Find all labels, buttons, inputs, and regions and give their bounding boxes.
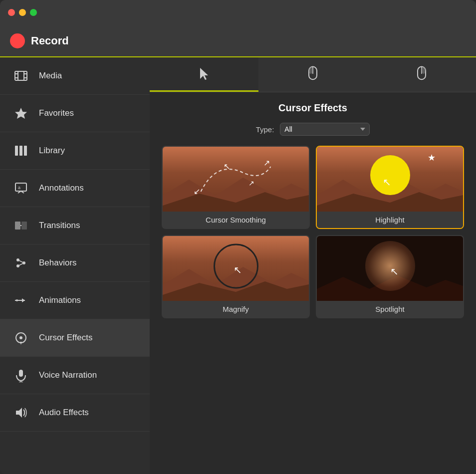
svg-marker-30 <box>16 408 22 418</box>
sidebar-item-favorites[interactable]: Favorites <box>0 95 150 132</box>
effect-thumb-highlight: ↖ ★ <box>317 147 463 212</box>
effect-card-highlight[interactable]: ↖ ★ Highlight <box>316 146 464 229</box>
sidebar-label-cursor-effects: Cursor Effects <box>39 333 92 343</box>
tab-click-right[interactable] <box>367 57 476 92</box>
sidebar-item-cursor-effects[interactable]: Cursor Effects <box>0 319 150 357</box>
effect-card-spotlight[interactable]: ↖ Spotlight <box>316 235 464 318</box>
svg-rect-14 <box>21 222 27 230</box>
svg-rect-27 <box>19 370 23 377</box>
titlebar <box>0 0 476 25</box>
click-right-tab-icon <box>414 66 430 82</box>
effect-card-cursor-smoothing[interactable]: ↖ ↗ ↙ ↗ Cursor Smoothing <box>162 146 310 229</box>
svg-rect-13 <box>15 222 20 230</box>
sidebar-item-transitions[interactable]: Transitions <box>0 207 150 244</box>
svg-text:↖: ↖ <box>224 162 230 171</box>
sidebar-item-behaviors[interactable]: Behaviors <box>0 244 150 282</box>
effect-thumb-cursor-smoothing: ↖ ↗ ↙ ↗ <box>163 147 309 212</box>
header: Record <box>0 25 476 57</box>
close-button[interactable] <box>8 9 15 16</box>
tab-click-left[interactable] <box>258 57 367 92</box>
sidebar-item-animations[interactable]: Animations <box>0 282 150 319</box>
smoothing-path-svg: ↖ ↗ ↙ ↗ <box>163 147 309 212</box>
sidebar-label-annotations: Annotations <box>39 183 84 193</box>
svg-rect-9 <box>19 146 22 156</box>
svg-line-20 <box>18 263 24 266</box>
sidebar-label-animations: Animations <box>39 295 81 305</box>
effect-card-magnify[interactable]: ↖ Magnify <box>162 235 310 318</box>
sidebar-item-audio-effects[interactable]: Audio Effects <box>0 394 150 432</box>
record-icon <box>10 33 25 48</box>
effect-name-magnify: Magnify <box>163 301 309 317</box>
sidebar: Media Favorites Library <box>0 57 150 474</box>
magnify-cursor-svg: ↖ <box>163 236 309 301</box>
header-title: Record <box>31 34 69 47</box>
svg-marker-7 <box>15 108 27 119</box>
effects-title: Cursor Effects <box>162 102 464 114</box>
svg-rect-0 <box>15 71 27 80</box>
maximize-button[interactable] <box>30 9 37 16</box>
cursor-tab-icon <box>196 66 212 82</box>
type-select[interactable]: All Cursor Click <box>280 123 370 136</box>
transition-icon <box>12 217 30 235</box>
traffic-lights <box>8 9 37 16</box>
svg-text:↗: ↗ <box>248 179 254 187</box>
svg-rect-37 <box>422 67 426 74</box>
svg-point-23 <box>16 299 18 301</box>
effect-thumb-magnify: ↖ <box>163 236 309 301</box>
effects-panel: Cursor Effects Type: All Cursor Click <box>150 92 476 474</box>
svg-rect-11 <box>15 183 26 191</box>
sidebar-item-media[interactable]: Media <box>0 57 150 95</box>
svg-marker-22 <box>22 298 25 302</box>
svg-text:★: ★ <box>428 153 436 163</box>
audio-icon <box>12 404 30 422</box>
film-icon <box>12 67 30 85</box>
sidebar-item-voice-narration[interactable]: Voice Narration <box>0 357 150 394</box>
click-left-tab-icon <box>305 66 321 82</box>
star-icon <box>12 104 30 122</box>
animations-icon <box>12 291 30 309</box>
annotation-icon: a <box>12 179 30 197</box>
sidebar-item-library[interactable]: Library <box>0 132 150 170</box>
spotlight-cursor-svg: ↖ <box>317 236 463 301</box>
svg-rect-10 <box>24 146 27 156</box>
svg-point-25 <box>19 336 22 339</box>
sidebar-item-annotations[interactable]: a Annotations <box>0 170 150 207</box>
svg-text:↗: ↗ <box>263 159 270 167</box>
minimize-button[interactable] <box>19 9 26 16</box>
books-icon <box>12 142 30 160</box>
svg-text:↙: ↙ <box>194 187 200 196</box>
main-layout: Media Favorites Library <box>0 57 476 474</box>
effect-name-highlight: Highlight <box>317 212 463 228</box>
content-area: Cursor Effects Type: All Cursor Click <box>150 57 476 474</box>
svg-marker-31 <box>200 68 208 80</box>
sidebar-label-media: Media <box>39 71 62 81</box>
tab-cursor[interactable] <box>150 57 258 92</box>
effect-name-cursor-smoothing: Cursor Smoothing <box>163 212 309 228</box>
type-label: Type: <box>256 125 274 134</box>
sidebar-label-behaviors: Behaviors <box>39 258 77 268</box>
mic-icon <box>12 366 30 384</box>
highlight-cursor-svg: ↖ ★ <box>317 147 463 212</box>
svg-marker-26 <box>20 342 22 345</box>
sidebar-label-transitions: Transitions <box>39 221 80 231</box>
svg-text:a: a <box>18 185 20 190</box>
cursor-effects-icon <box>12 329 30 347</box>
behaviors-icon <box>12 254 30 272</box>
type-row: Type: All Cursor Click <box>162 123 464 136</box>
svg-text:↖: ↖ <box>390 266 399 277</box>
svg-line-19 <box>18 260 24 263</box>
tabs <box>150 57 476 92</box>
svg-rect-34 <box>309 67 313 74</box>
sidebar-label-voice-narration: Voice Narration <box>39 370 97 380</box>
sidebar-label-audio-effects: Audio Effects <box>39 408 89 418</box>
effect-name-spotlight: Spotlight <box>317 301 463 317</box>
effect-thumb-spotlight: ↖ <box>317 236 463 301</box>
svg-text:↖: ↖ <box>234 264 242 275</box>
svg-text:↖: ↖ <box>383 177 391 188</box>
svg-rect-8 <box>15 146 18 156</box>
sidebar-label-library: Library <box>39 146 65 156</box>
sidebar-label-favorites: Favorites <box>39 108 74 118</box>
effects-grid: ↖ ↗ ↙ ↗ Cursor Smoothing <box>162 146 464 318</box>
